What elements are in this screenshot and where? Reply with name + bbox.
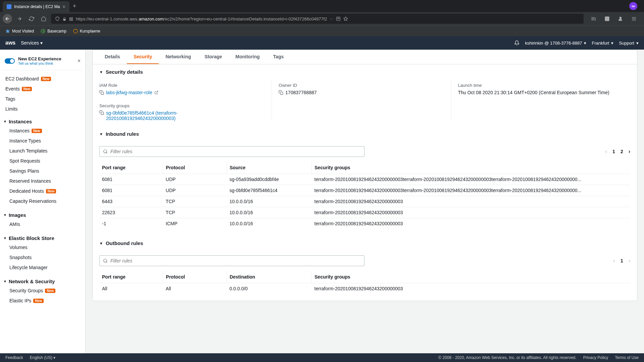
- tab-details[interactable]: Details: [98, 50, 127, 64]
- language-selector[interactable]: English (US) ▾: [30, 355, 56, 360]
- bookmark-basecamp[interactable]: Basecamp: [38, 27, 69, 35]
- column-header[interactable]: Port range: [99, 162, 163, 174]
- iam-role-link[interactable]: labs-jkfwg-master-role: [106, 90, 152, 95]
- column-header[interactable]: Security groups: [312, 162, 630, 174]
- copy-icon[interactable]: [279, 90, 283, 95]
- column-header[interactable]: Source: [227, 162, 312, 174]
- column-header[interactable]: Protocol: [163, 162, 227, 174]
- copy-icon[interactable]: [99, 90, 104, 95]
- collapse-icon[interactable]: ▼: [99, 70, 103, 74]
- reader-icon[interactable]: [336, 16, 341, 21]
- filter-input[interactable]: [110, 149, 361, 154]
- page-number[interactable]: 1: [621, 258, 623, 263]
- sidebar-item[interactable]: Capacity Reservations: [3, 196, 82, 206]
- launch-time-label: Launch time: [458, 83, 624, 88]
- table-cell: terraform-20201008192946243200000003terr…: [312, 174, 630, 185]
- page-number[interactable]: 2: [621, 149, 623, 154]
- sidebar-icon[interactable]: [602, 14, 612, 23]
- sidebar-link[interactable]: EventsNew: [3, 84, 82, 94]
- tab-monitoring[interactable]: Monitoring: [229, 50, 266, 64]
- bookmark-kursplaene[interactable]: Kursplaene: [70, 27, 103, 35]
- sidebar-group-header[interactable]: ▼Network & Security: [3, 277, 82, 286]
- sidebar-item[interactable]: Spot Requests: [3, 156, 82, 166]
- collapse-icon[interactable]: ▼: [99, 132, 103, 136]
- sidebar-item[interactable]: Volumes: [3, 242, 82, 252]
- prev-page-button[interactable]: ‹: [605, 148, 607, 155]
- next-page-button[interactable]: ›: [629, 148, 630, 155]
- library-icon[interactable]: [589, 14, 598, 23]
- sidebar-item[interactable]: InstancesNew: [3, 126, 82, 136]
- column-header[interactable]: Destination: [227, 271, 312, 283]
- new-ec2-toggle[interactable]: [5, 58, 15, 64]
- table-row: 6081UDPsg-05a939add0cddbf4eterraform-202…: [99, 174, 630, 185]
- tab-security[interactable]: Security: [127, 50, 159, 64]
- column-header[interactable]: Port range: [99, 271, 163, 283]
- sidebar-item[interactable]: Security GroupsNew: [3, 286, 82, 296]
- forward-button[interactable]: [15, 14, 24, 23]
- page-number[interactable]: 1: [612, 149, 615, 154]
- tab-close-icon[interactable]: ×: [63, 4, 65, 9]
- sidebar-item[interactable]: Savings Plans: [3, 166, 82, 176]
- browser-profile-icon[interactable]: ∞: [629, 2, 637, 10]
- bookmark-star-icon[interactable]: [343, 16, 348, 21]
- account-menu[interactable]: kshirinkin @ 1708-3776-8887 ▾: [525, 41, 586, 46]
- column-header[interactable]: Security groups: [312, 271, 630, 283]
- copy-icon[interactable]: [99, 110, 104, 115]
- sidebar-item-label: AMIs: [9, 222, 20, 227]
- security-group-link[interactable]: sg-0bfd0e785f54661c4 (terraform-20201008…: [106, 110, 234, 121]
- collapse-icon[interactable]: ▼: [99, 241, 103, 245]
- next-page-button[interactable]: ›: [629, 258, 630, 264]
- account-icon[interactable]: [616, 14, 625, 23]
- tab-storage[interactable]: Storage: [198, 50, 229, 64]
- sidebar-group-header[interactable]: ▼Instances: [3, 117, 82, 126]
- browser-tab[interactable]: Instance details | EC2 Ma ×: [3, 1, 69, 12]
- sidebar-item[interactable]: Lifecycle Manager: [3, 262, 82, 273]
- sidebar-item[interactable]: Dedicated HostsNew: [3, 186, 82, 196]
- sidebar-item[interactable]: Reserved Instances: [3, 176, 82, 186]
- outbound-filter-input[interactable]: [99, 255, 364, 266]
- filter-input[interactable]: [110, 258, 361, 263]
- sidebar-item-label: Instances: [9, 128, 30, 133]
- table-cell: 6081: [99, 185, 163, 196]
- table-cell: terraform-20201008192946243200000003: [312, 283, 630, 294]
- terms-link[interactable]: Terms of Use: [615, 355, 639, 360]
- reload-button[interactable]: [27, 14, 36, 23]
- services-menu[interactable]: Services ▾: [21, 40, 43, 46]
- new-badge: New: [32, 129, 42, 133]
- sidebar-group-header[interactable]: ▼Elastic Block Store: [3, 234, 82, 242]
- prev-page-button[interactable]: ‹: [613, 258, 615, 264]
- copyright-text: © 2008 - 2020, Amazon Web Services, Inc.…: [438, 355, 576, 360]
- notifications-button[interactable]: [514, 40, 519, 46]
- sidebar-link[interactable]: EC2 DashboardNew: [3, 74, 82, 84]
- home-button[interactable]: [39, 14, 48, 23]
- sidebar-item[interactable]: Snapshots: [3, 252, 82, 262]
- new-badge: New: [46, 189, 56, 193]
- url-bar[interactable]: https://eu-central-1.console.aws.amazon.…: [51, 14, 584, 24]
- region-menu[interactable]: Frankfurt ▾: [592, 41, 613, 46]
- back-button[interactable]: [3, 14, 12, 23]
- new-ec2-subtitle[interactable]: Tell us what you think: [18, 61, 74, 65]
- privacy-link[interactable]: Privacy Policy: [583, 355, 608, 360]
- inbound-filter-input[interactable]: [99, 146, 364, 157]
- column-header[interactable]: Protocol: [163, 271, 227, 283]
- bookmark-most-visited[interactable]: Most Visited: [3, 27, 37, 35]
- sidebar-item[interactable]: Instance Types: [3, 136, 82, 146]
- sidebar-link-label: Tags: [5, 96, 15, 102]
- more-icon[interactable]: ···: [330, 16, 333, 21]
- sidebar-group-header[interactable]: ▼Images: [3, 211, 82, 219]
- tab-networking[interactable]: Networking: [159, 50, 198, 64]
- menu-icon[interactable]: [629, 14, 639, 23]
- table-cell: 10.0.0.0/16: [227, 207, 312, 218]
- sidebar-item[interactable]: Elastic IPsNew: [3, 296, 82, 306]
- sidebar-link[interactable]: Limits: [3, 104, 82, 114]
- feedback-link[interactable]: Feedback: [5, 355, 23, 360]
- sidebar-item[interactable]: AMIs: [3, 219, 82, 229]
- aws-logo[interactable]: aws: [5, 40, 15, 46]
- sidebar-item[interactable]: Launch Templates: [3, 146, 82, 156]
- sidebar-link[interactable]: Tags: [3, 94, 82, 104]
- new-tab-button[interactable]: +: [73, 3, 77, 10]
- banner-close-icon[interactable]: ×: [78, 58, 81, 64]
- bookmark-label: Kursplaene: [80, 29, 100, 34]
- tab-tags[interactable]: Tags: [266, 50, 291, 64]
- support-menu[interactable]: Support ▾: [619, 41, 639, 46]
